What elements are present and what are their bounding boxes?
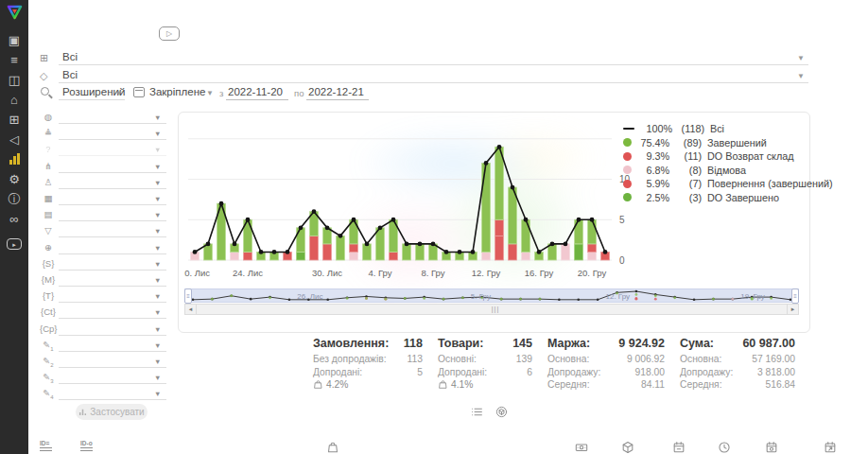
stats-sub-value: 918.00 <box>628 366 666 379</box>
sidebar-item-analytics-icon[interactable] <box>0 149 28 168</box>
chevron-down-icon[interactable]: ▼ <box>206 89 214 97</box>
status-filter-select[interactable]: Всі <box>62 51 78 62</box>
chevron-down-icon[interactable]: ▼ <box>154 130 161 138</box>
chevron-down-icon[interactable]: ▼ <box>154 308 161 317</box>
legend-percent: 6.8% <box>635 165 669 176</box>
data-point <box>233 242 237 247</box>
legend-item[interactable]: 5.9%(7)Повернення (завершений) <box>623 177 833 191</box>
app-logo-icon[interactable] <box>7 5 23 21</box>
filter-input-underline[interactable] <box>59 139 166 140</box>
filter-input-underline[interactable] <box>59 302 166 303</box>
filter-input-underline[interactable] <box>59 367 166 368</box>
bag-icon <box>313 379 323 390</box>
chevron-down-icon[interactable]: ▼ <box>154 244 161 253</box>
sidebar-item-dashboard-icon[interactable]: ▣ <box>0 30 28 49</box>
chevron-down-icon[interactable]: ▼ <box>797 54 805 62</box>
filter-input-underline[interactable] <box>59 318 166 319</box>
list-view-icon[interactable] <box>471 405 483 422</box>
legend-item[interactable]: 2.5%(3)DO Завершено <box>623 191 833 205</box>
period-mode-select[interactable]: Закріплене <box>149 86 205 97</box>
basket-icon[interactable] <box>326 441 339 454</box>
legend-item[interactable]: 75.4%(89)Завершений <box>623 136 833 150</box>
filter-input-underline[interactable] <box>59 335 166 336</box>
chart-scrollbar[interactable]: ◂ ▸ ||| <box>184 304 799 315</box>
scroll-left-icon[interactable]: ◂ <box>185 305 197 314</box>
chevron-down-icon[interactable]: ▼ <box>154 260 161 269</box>
sort-id-lines-icon[interactable]: ID= <box>40 441 52 451</box>
range-handle-left[interactable]: ≡ <box>184 288 192 304</box>
chevron-down-icon[interactable]: ▼ <box>154 325 161 334</box>
sidebar-item-video-icon[interactable]: ▸ <box>0 235 28 253</box>
filter-input-underline[interactable] <box>59 286 166 287</box>
chevron-down-icon[interactable]: ▼ <box>154 374 161 382</box>
products-cube-icon[interactable] <box>621 441 634 454</box>
chevron-down-icon[interactable]: ▼ <box>154 163 161 171</box>
chevron-down-icon[interactable]: ▼ <box>797 72 805 80</box>
filter-input-underline[interactable] <box>59 123 166 124</box>
apply-button[interactable]: Застосувати <box>76 404 148 420</box>
data-point <box>405 242 409 247</box>
sidebar-item-company-icon[interactable]: ⌂ <box>0 90 28 109</box>
stats-sub-label: Середня: <box>547 378 590 392</box>
sidebar-item-partners-icon[interactable]: ∞ <box>0 209 28 228</box>
bar-segment <box>350 244 358 253</box>
chevron-down-icon[interactable]: ▼ <box>154 211 161 219</box>
pencil-2-icon: ✎2 <box>40 356 57 368</box>
money-icon[interactable] <box>575 441 588 454</box>
navigator-date-label: 5. Гру <box>471 292 491 301</box>
sidebar-item-info-icon[interactable]: ⓘ <box>0 189 28 208</box>
sidebar-item-settings-icon[interactable]: ⚙ <box>0 169 28 188</box>
clock-icon[interactable] <box>718 441 731 454</box>
stats-sub-label: Допродажу: <box>547 366 600 379</box>
filter-input-underline[interactable] <box>59 172 166 173</box>
chevron-down-icon[interactable]: ▼ <box>154 292 161 301</box>
chevron-down-icon[interactable]: ▼ <box>154 227 161 236</box>
chevron-down-icon[interactable]: ▼ <box>154 276 161 285</box>
filter-input-underline[interactable] <box>59 399 166 400</box>
sidebar-item-customers-icon[interactable]: ◫ <box>0 70 28 89</box>
chevron-down-icon[interactable]: ▼ <box>154 195 161 203</box>
filter-input-underline[interactable] <box>59 351 166 352</box>
video-tutorial-icon[interactable]: ▷ <box>159 26 180 41</box>
product-filter-select[interactable]: Всі <box>62 69 78 80</box>
date-to-input[interactable]: 2022-12-21 <box>308 86 364 97</box>
product-view-icon[interactable] <box>495 405 508 422</box>
legend-item[interactable]: 6.8%(8)Відмова <box>623 164 833 178</box>
chevron-down-icon[interactable]: ▼ <box>154 146 161 154</box>
svg-text:20. Лис: 20. Лис <box>184 268 210 278</box>
range-handle-right[interactable]: ≡ <box>791 288 799 304</box>
chart-range-navigator[interactable]: ≡ ≡ 26. Лис5. Гру12. Гру19. Гру <box>184 288 799 303</box>
calendar-date-icon[interactable] <box>672 441 686 454</box>
chevron-down-icon[interactable]: ▼ <box>115 89 123 97</box>
date-from-input[interactable]: 2022-11-20 <box>228 86 283 97</box>
bar-segment <box>588 244 597 253</box>
filter-input-underline[interactable] <box>59 236 166 237</box>
search-icon[interactable] <box>41 87 49 96</box>
filter-input-underline[interactable] <box>59 204 166 205</box>
sidebar-item-cart-icon[interactable]: ⊞ <box>0 110 28 129</box>
legend-item[interactable]: 100%(118)Всі <box>623 122 833 136</box>
bar-segment <box>403 244 411 260</box>
calendar-export-icon[interactable] <box>824 441 837 454</box>
filter-input-underline[interactable] <box>59 253 166 254</box>
sidebar-item-marketing-icon[interactable]: ◁ <box>0 130 28 148</box>
bar-segment <box>337 236 345 260</box>
sidebar-item-orders-list-icon[interactable]: ≡ <box>0 50 28 69</box>
filter-input-underline[interactable] <box>59 220 166 221</box>
filter-input-underline[interactable] <box>59 383 166 384</box>
stats-sub-value: 6 <box>519 366 532 379</box>
calendar-repeat-icon[interactable] <box>765 441 778 454</box>
filter-input-underline[interactable] <box>59 155 166 156</box>
chevron-down-icon[interactable]: ▼ <box>154 341 161 350</box>
chevron-down-icon[interactable]: ▼ <box>154 179 161 187</box>
scrollbar-grip[interactable]: ||| <box>486 305 505 314</box>
calendar-icon[interactable] <box>133 87 145 97</box>
filter-input-underline[interactable] <box>59 270 166 271</box>
chevron-down-icon[interactable]: ▼ <box>154 390 161 398</box>
chevron-down-icon[interactable]: ▼ <box>154 114 161 122</box>
legend-item[interactable]: 9.3%(11)DO Возврат склад <box>623 149 833 164</box>
sort-id-o-icon[interactable]: ID-o <box>80 441 93 451</box>
scroll-right-icon[interactable]: ▸ <box>787 305 798 314</box>
filter-input-underline[interactable] <box>59 188 166 189</box>
chevron-down-icon[interactable]: ▼ <box>154 358 161 366</box>
